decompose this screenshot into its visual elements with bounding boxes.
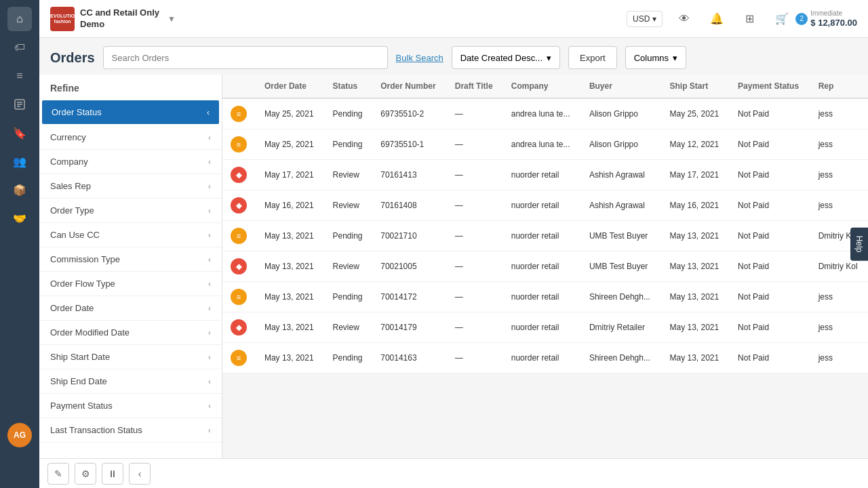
draft-title-cell: — (447, 312, 503, 343)
orders-table: Order DateStatusOrder NumberDraft TitleC… (222, 75, 868, 373)
brand-dropdown-icon[interactable]: ▼ (167, 14, 176, 24)
sidebar-item-orders[interactable] (7, 92, 32, 117)
refine-item-payment-status[interactable]: Payment Status‹ (39, 394, 222, 418)
col-company: Company (503, 75, 581, 98)
order-number-cell: 70014163 (372, 343, 447, 373)
pause-button[interactable]: ⏸ (102, 463, 123, 485)
order-number-cell: 70021710 (372, 221, 447, 251)
buyer-cell: Alison Grippo (581, 98, 662, 129)
refine-item-order-type[interactable]: Order Type‹ (39, 199, 222, 223)
visibility-icon[interactable]: 👁 (673, 8, 695, 30)
table-row[interactable]: ≡May 13, 2021Pending70014172—nuorder ret… (222, 282, 868, 312)
chevron-icon: ‹ (208, 279, 211, 289)
table-row[interactable]: ≡May 13, 2021Pending70014163—nuorder ret… (222, 343, 868, 373)
refine-item-commission-type[interactable]: Commission Type‹ (39, 247, 222, 272)
rep-cell: jess (810, 343, 868, 373)
status-cell: Pending (324, 343, 372, 373)
table-row[interactable]: ≡May 13, 2021Pending70021710—nuorder ret… (222, 221, 868, 251)
col-ship-start: Ship Start (661, 75, 730, 98)
search-input[interactable] (103, 46, 388, 69)
payment-status-cell: Not Paid (730, 312, 810, 343)
col-order-number: Order Number (372, 75, 447, 98)
order-type-icon: ≡ (231, 136, 247, 152)
export-button[interactable]: Export (568, 46, 617, 69)
refine-item-ship-end-date[interactable]: Ship End Date‹ (39, 369, 222, 394)
col- (222, 75, 256, 98)
collapse-button[interactable]: ‹ (129, 463, 151, 485)
order-type-icon: ≡ (231, 228, 247, 244)
sort-button[interactable]: Date Created Desc... ▾ (452, 46, 560, 69)
help-button[interactable]: Help (850, 228, 868, 261)
grid-icon[interactable]: ⊞ (738, 8, 760, 30)
bottom-toolbar: ✎ ⚙ ⏸ ‹ (39, 458, 868, 488)
refine-item-can-use-cc[interactable]: Can Use CC‹ (39, 223, 222, 247)
order-date-cell: May 13, 2021 (256, 312, 325, 343)
payment-status-cell: Not Paid (730, 221, 810, 251)
sidebar-item-list[interactable]: ≡ (7, 64, 32, 88)
order-date-cell: May 16, 2021 (256, 190, 325, 221)
order-type-icon: ≡ (231, 106, 247, 122)
company-cell: nuorder retail (503, 221, 581, 251)
avatar[interactable]: AG (7, 423, 32, 447)
col-rep: Rep (810, 75, 868, 98)
bell-icon[interactable]: 🔔 (706, 8, 728, 30)
buyer-cell: Alison Grippo (581, 129, 662, 160)
buyer-cell: Ashish Agrawal (581, 190, 662, 221)
ship-start-cell: May 13, 2021 (661, 282, 730, 312)
refine-item-order-modified-date[interactable]: Order Modified Date‹ (39, 321, 222, 345)
refine-item-order-status[interactable]: Order Status‹ (42, 100, 219, 124)
buyer-cell: Shireen Dehgh... (581, 282, 662, 312)
table-row[interactable]: ◆May 17, 2021Review70161413—nuorder reta… (222, 160, 868, 190)
refine-item-sales-rep[interactable]: Sales Rep‹ (39, 174, 222, 199)
sidebar-item-home[interactable]: ⌂ (7, 7, 32, 31)
order-date-cell: May 25, 2021 (256, 98, 325, 129)
brand-area[interactable]: REVOLUTIONfashion CC and Retail Only Dem… (50, 7, 176, 31)
sidebar-item-tags[interactable]: 🏷 (7, 35, 32, 60)
refine-item-order-date[interactable]: Order Date‹ (39, 296, 222, 321)
sidebar-item-partners[interactable]: 🤝 (7, 206, 32, 230)
cart-badge: 2 (795, 13, 808, 25)
table-row[interactable]: ◆May 16, 2021Review70161408—nuorder reta… (222, 190, 868, 221)
draft-title-cell: — (447, 190, 503, 221)
buyer-cell: UMB Test Buyer (581, 251, 662, 282)
refine-item-order-flow-type[interactable]: Order Flow Type‹ (39, 272, 222, 296)
order-number-cell: 70161413 (372, 160, 447, 190)
col-order-date: Order Date (256, 75, 325, 98)
cart-area[interactable]: 🛒 2 Immediate $ 12,870.00 (771, 8, 857, 30)
chevron-icon: ‹ (208, 206, 211, 216)
refine-item-currency[interactable]: Currency‹ (39, 125, 222, 150)
ship-start-cell: May 13, 2021 (661, 251, 730, 282)
sidebar-item-users[interactable]: 👥 (7, 149, 32, 174)
edit-button[interactable]: ✎ (47, 463, 69, 485)
content-area: Refine Order Status‹Currency‹Company‹Sal… (39, 75, 868, 458)
table-row[interactable]: ◆May 13, 2021Review70014179—nuorder reta… (222, 312, 868, 343)
draft-title-cell: — (447, 98, 503, 129)
table-row[interactable]: ◆May 13, 2021Review70021005—nuorder reta… (222, 251, 868, 282)
refine-item-ship-start-date[interactable]: Ship Start Date‹ (39, 345, 222, 369)
chevron-icon: ‹ (208, 426, 211, 435)
order-number-cell: 70014172 (372, 282, 447, 312)
status-cell: Pending (324, 282, 372, 312)
app-header: REVOLUTIONfashion CC and Retail Only Dem… (39, 0, 868, 38)
table-row[interactable]: ≡May 25, 2021Pending69735510-1—andrea lu… (222, 129, 868, 160)
settings-button[interactable]: ⚙ (75, 463, 96, 485)
company-cell: nuorder retail (503, 282, 581, 312)
refine-title: Refine (39, 75, 222, 99)
sidebar-item-bookmark[interactable]: 🔖 (7, 121, 32, 145)
order-type-icon: ≡ (231, 350, 247, 366)
currency-selector[interactable]: USD ▾ (627, 11, 663, 27)
order-number-cell: 70161408 (372, 190, 447, 221)
columns-button[interactable]: Columns ▾ (625, 46, 686, 69)
bulk-search-button[interactable]: Bulk Search (396, 53, 443, 63)
draft-title-cell: — (447, 129, 503, 160)
refine-item-company[interactable]: Company‹ (39, 150, 222, 174)
order-number-cell: 69735510-1 (372, 129, 447, 160)
rep-cell: jess (810, 312, 868, 343)
order-date-cell: May 13, 2021 (256, 282, 325, 312)
sidebar-item-products[interactable]: 📦 (7, 178, 32, 202)
chevron-icon: ‹ (208, 230, 211, 240)
ship-start-cell: May 13, 2021 (661, 312, 730, 343)
table-row[interactable]: ≡May 25, 2021Pending69735510-2—andrea lu… (222, 98, 868, 129)
refine-item-last-transaction-status[interactable]: Last Transaction Status‹ (39, 418, 222, 443)
company-cell: nuorder retail (503, 343, 581, 373)
